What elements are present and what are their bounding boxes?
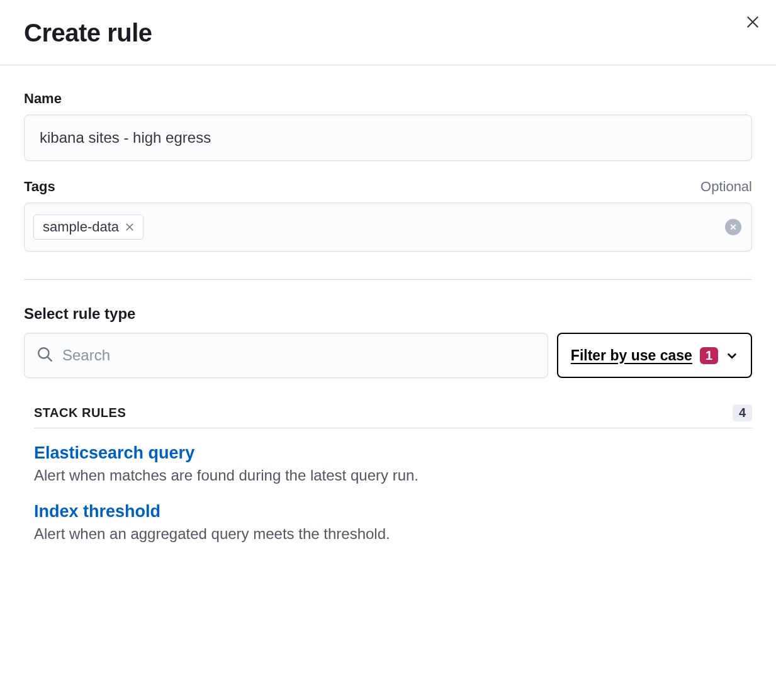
- dialog-content: Name Tags Optional sample-data: [0, 65, 776, 543]
- tag-label: sample-data: [43, 219, 119, 235]
- tags-label: Tags: [24, 179, 55, 195]
- search-icon: [37, 346, 53, 365]
- select-rule-type-heading: Select rule type: [24, 305, 752, 323]
- rule-item-description: Alert when matches are found during the …: [34, 467, 752, 484]
- rule-item-elasticsearch-query[interactable]: Elasticsearch query Alert when matches a…: [24, 443, 752, 484]
- rule-group-title: STACK RULES: [34, 406, 126, 420]
- filter-label: Filter by use case: [571, 347, 692, 364]
- search-filter-row: Filter by use case 1: [24, 333, 752, 378]
- rule-item-title: Elasticsearch query: [34, 443, 752, 463]
- tags-optional: Optional: [700, 179, 752, 195]
- rule-type-search-input[interactable]: [24, 333, 548, 378]
- tags-input[interactable]: sample-data: [24, 203, 752, 252]
- rule-item-index-threshold[interactable]: Index threshold Alert when an aggregated…: [24, 502, 752, 543]
- page-title: Create rule: [24, 19, 752, 47]
- close-icon: [746, 15, 760, 29]
- search-wrap: [24, 333, 548, 378]
- rule-group-header: STACK RULES 4: [34, 397, 752, 428]
- name-label: Name: [24, 91, 62, 107]
- name-input[interactable]: [24, 114, 752, 161]
- rule-item-description: Alert when an aggregated query meets the…: [34, 525, 752, 543]
- tag-pill: sample-data: [33, 214, 143, 240]
- chevron-down-icon: [726, 349, 738, 362]
- tags-row: Tags Optional sample-data: [24, 179, 752, 252]
- dialog-header: Create rule: [0, 0, 776, 65]
- filter-count-badge: 1: [700, 347, 718, 364]
- clear-tags-button[interactable]: [725, 219, 741, 235]
- divider: [24, 279, 752, 280]
- svg-point-0: [38, 348, 48, 358]
- rule-group-count: 4: [733, 404, 752, 421]
- rule-item-title: Index threshold: [34, 502, 752, 521]
- x-circle-icon: [729, 223, 737, 231]
- tag-remove-button[interactable]: [125, 223, 134, 231]
- filter-by-use-case-button[interactable]: Filter by use case 1: [557, 333, 752, 378]
- x-icon: [125, 223, 134, 231]
- close-button[interactable]: [743, 13, 762, 31]
- name-row: Name: [24, 91, 752, 161]
